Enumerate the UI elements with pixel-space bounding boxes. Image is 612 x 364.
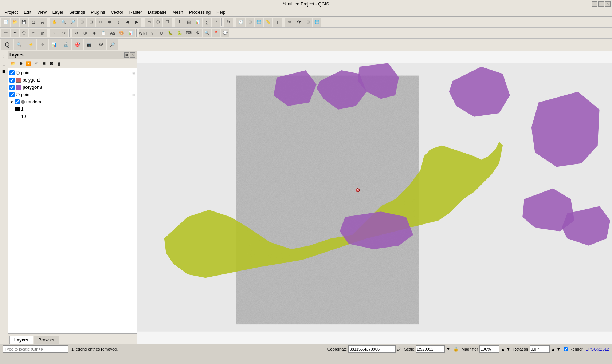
undo-button[interactable]: ↩ [50,29,59,37]
next-extent-button[interactable]: ▶ [132,18,141,27]
menu-mesh[interactable]: Mesh [169,9,186,16]
new-project-button[interactable]: 📄 [1,18,10,27]
save-as-button[interactable]: 🖫 [29,18,38,27]
coordinate-input[interactable] [348,345,396,353]
layer-item-random[interactable]: ▼ random [8,98,137,106]
add-group-button[interactable]: ⊕ [17,60,24,67]
scale-input[interactable] [416,345,445,353]
tab-layers[interactable]: Layers [9,336,33,344]
plugin9-button[interactable]: 🔎 [107,39,118,50]
redo-button[interactable]: ↪ [59,29,68,37]
plugin3-button[interactable]: ✈ [37,39,48,50]
digitize-button[interactable]: ✏ [285,18,294,27]
pan-map-button[interactable]: ↕ [114,18,123,27]
panel-float-button[interactable]: ⊞ [124,52,129,58]
save-project-button[interactable]: 💾 [20,18,28,27]
zoom-native-button[interactable]: ⊕ [105,18,114,27]
layer-checkbox-polygon1[interactable] [9,78,15,83]
plugin8-button[interactable]: 🗺 [95,39,106,50]
layer-checkbox-point-mid[interactable] [9,92,15,97]
layer-item-point-mid[interactable]: point ⊞ [8,91,137,98]
xyz-button[interactable]: 🌐 [313,18,321,27]
search-button[interactable]: 🔍 [203,29,211,37]
statistics-button[interactable]: 📊 [193,18,202,27]
move-feature-button[interactable]: ✂ [29,29,38,37]
menu-vector[interactable]: Vector [108,9,126,16]
menu-help[interactable]: Help [213,9,228,16]
zoom-in-button[interactable]: 🔍 [59,18,68,27]
select-polygon-button[interactable]: ⬡ [154,18,162,27]
field-calc-button[interactable]: ∑ [203,18,211,27]
tab-browser[interactable]: Browser [34,336,59,344]
magnifier-up-icon[interactable]: ▲ [501,347,505,351]
layer-item-val1[interactable]: 1 [8,106,137,113]
collapse-all-button[interactable]: ⊟ [48,60,55,67]
python-button[interactable]: 🐍 [175,29,184,37]
menu-plugins[interactable]: Plugins [88,9,108,16]
ext-button[interactable]: ⚙ [193,29,202,37]
label-button[interactable]: Aa [108,29,117,37]
open-layer-button[interactable]: 📂 [9,60,17,67]
filter-layers-button[interactable]: 🔽 [25,60,32,67]
layer-item-polygon1[interactable]: polygon1 [8,76,137,84]
measure-button[interactable]: 📏 [264,18,272,27]
rotation-up-icon[interactable]: ▲ [551,347,555,351]
print-layout-button[interactable]: 🖨 [38,18,47,27]
filter-icon[interactable]: Y [32,60,40,67]
chart-button[interactable]: 📊 [126,29,135,37]
attribute-table-button[interactable]: ▤ [184,18,193,27]
menu-raster[interactable]: Raster [126,9,145,16]
edit-toggle-button[interactable]: ✏ [1,29,10,37]
locate-search-input[interactable] [3,345,68,353]
delete-feature-button[interactable]: 🗑 [38,29,47,37]
remove-layer-button[interactable]: 🗑 [55,60,63,67]
wms-button[interactable]: 🗺 [294,18,303,27]
menu-database[interactable]: Database [145,9,169,16]
plugin6-button[interactable]: 🎯 [72,39,83,50]
snap-button[interactable]: ◎ [81,29,90,37]
wkt-button[interactable]: WKT [139,29,148,37]
layer-checkbox-point-top[interactable] [9,70,15,75]
render-checkbox[interactable] [564,347,568,351]
menu-processing[interactable]: Processing [186,9,213,16]
menu-edit[interactable]: Edit [21,9,34,16]
draw-line-button[interactable]: ✒ [11,29,19,37]
layer-properties-button[interactable]: ⊞ [246,18,254,27]
help2-button[interactable]: ? [148,29,157,37]
tile-button[interactable]: ⊞ [303,18,312,27]
form-button[interactable]: 📋 [99,29,108,37]
crs-button[interactable]: 🌐 [255,18,263,27]
layer-item-point-top[interactable]: point ⊞ [8,69,137,76]
zoom-full-button[interactable]: ⊞ [78,18,86,27]
chat-button[interactable]: 💬 [221,29,230,37]
open-project-button[interactable]: 📂 [11,18,19,27]
expand-all-button[interactable]: ⊞ [40,60,47,67]
panel-header-controls[interactable]: ⊞ ✕ [124,52,135,58]
formula-button[interactable]: 𝑓 [212,18,220,27]
qgis-button[interactable]: Q [157,29,166,37]
plugin2-button[interactable]: ⚡ [26,39,36,50]
window-controls[interactable]: − □ ✕ [592,1,611,7]
layer-checkbox-random[interactable] [15,99,20,104]
menu-project[interactable]: Project [1,9,21,16]
annotation-button[interactable]: T [273,18,282,27]
magnifier-input[interactable] [479,345,499,353]
panel-close-button[interactable]: ✕ [130,52,135,58]
qgis-logo-button[interactable]: Q [1,39,13,50]
layer-item-polygon8[interactable]: polygon8 [8,84,137,91]
plugin5-button[interactable]: 🔬 [60,39,71,50]
zoom-selection-button[interactable]: ⊡ [87,18,95,27]
maximize-button[interactable]: □ [598,1,604,7]
close-button[interactable]: ✕ [605,1,611,7]
magnifier-down-icon[interactable]: ▼ [506,347,510,351]
draw-polygon-button[interactable]: ⬠ [20,29,28,37]
map-area[interactable] [137,51,612,344]
console-button[interactable]: ⌨ [184,29,193,37]
epsg-label[interactable]: EPSG:32612 [586,347,609,351]
locate-button[interactable]: 📍 [212,29,220,37]
plugin7-button[interactable]: 📷 [84,39,95,50]
layer-checkbox-polygon8[interactable] [9,85,15,90]
plugin1-button[interactable]: 🔍 [14,39,25,50]
menu-settings[interactable]: Settings [66,9,88,16]
zoom-layer-button[interactable]: ⧉ [96,18,105,27]
